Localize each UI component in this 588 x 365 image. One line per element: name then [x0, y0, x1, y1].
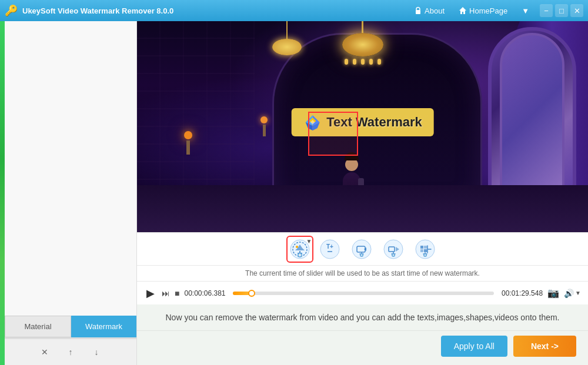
stop-button[interactable]: ■: [175, 289, 179, 298]
end-time: 00:01:29.548: [499, 289, 543, 297]
window-controls: − □ ✕: [540, 4, 583, 17]
playback-bar: ▶ ⏭ ■ 00:00:06.381 00:01:29.548 📷 🔊 ▼: [137, 281, 588, 304]
tab-watermark[interactable]: Watermark: [71, 316, 136, 337]
progress-fill: [233, 292, 251, 295]
volume-dropdown: ▼: [575, 290, 581, 296]
minimize-button[interactable]: −: [540, 4, 553, 17]
chandelier-stem-2: [286, 21, 288, 39]
svg-rect-23: [420, 249, 423, 252]
wall-torch-right: [260, 116, 268, 123]
move-down-button[interactable]: ↓: [88, 344, 105, 360]
watermark-selection-box[interactable]: [308, 112, 358, 156]
move-up-button[interactable]: ↑: [62, 344, 79, 360]
svg-rect-21: [420, 246, 423, 249]
video-watermark-icon: [351, 239, 372, 260]
shape-watermark-icon: [383, 239, 404, 260]
down-icon: ↓: [95, 347, 99, 357]
sidebar-controls: ✕ ↑ ↓: [5, 339, 136, 365]
floor: [137, 185, 588, 232]
apply-to-all-button[interactable]: Apply to All: [441, 336, 507, 357]
svg-rect-22: [424, 246, 427, 249]
add-mosaic-watermark-button[interactable]: [412, 236, 439, 263]
volume-icon: 🔊: [564, 289, 574, 298]
chandelier-stem: [362, 21, 363, 33]
up-icon: ↑: [69, 347, 73, 357]
play-button[interactable]: ▶: [144, 286, 157, 301]
lock-icon: [414, 6, 422, 15]
svg-text:T+: T+: [326, 243, 333, 250]
main-content: Material Watermark ✕ ↑ ↓: [0, 21, 588, 365]
description-text: Now you can remove the watermark from vi…: [165, 313, 559, 322]
wall-torch-left: [184, 131, 192, 139]
chandelier-light: [369, 59, 373, 65]
volume-button[interactable]: 🔊 ▼: [564, 289, 581, 298]
homepage-button[interactable]: HomePage: [455, 5, 511, 17]
slider-info-text: The current time of slider will be used …: [245, 269, 480, 277]
add-text-watermark-button[interactable]: T+: [316, 236, 343, 263]
screenshot-button[interactable]: 📷: [547, 287, 559, 299]
about-button[interactable]: About: [410, 5, 448, 17]
mosaic-watermark-icon: [415, 239, 436, 260]
progress-thumb: [248, 290, 255, 297]
dropdown-button[interactable]: ▼: [518, 5, 533, 17]
add-image-watermark-button[interactable]: [286, 236, 313, 263]
svg-point-9: [296, 246, 298, 248]
chandelier-light: [377, 59, 381, 65]
app-icon: 🔑: [5, 4, 18, 17]
svg-rect-0: [416, 10, 420, 14]
add-shape-watermark-button[interactable]: [380, 236, 407, 263]
sidebar: Material Watermark ✕ ↑ ↓: [5, 21, 137, 365]
chandelier-light: [361, 59, 365, 65]
toolbar-strip: ▼ T+: [137, 232, 588, 265]
text-watermark-icon: T+: [319, 239, 340, 260]
delete-item-button[interactable]: ✕: [36, 344, 53, 360]
arch-window-inner: [500, 33, 564, 197]
add-video-watermark-button[interactable]: [348, 236, 375, 263]
title-bar: 🔑 UkeySoft Video Watermark Remover 8.0.0…: [0, 0, 588, 21]
description-bar: Now you can remove the watermark from vi…: [137, 304, 588, 330]
left-edge-decoration: [0, 21, 5, 365]
next-button[interactable]: Next ->: [513, 336, 576, 357]
progress-bar[interactable]: [233, 292, 494, 295]
home-icon: [459, 6, 467, 15]
video-player: Text Watermark: [137, 21, 588, 232]
content-area: Text Watermark ▼: [137, 21, 588, 365]
delete-icon: ✕: [41, 347, 48, 357]
action-bar: Apply to All Next ->: [137, 330, 588, 365]
torch-pole: [186, 140, 190, 155]
slider-info-bar: The current time of slider will be used …: [137, 265, 588, 281]
torch-pole-2: [263, 125, 266, 136]
image-watermark-icon: [289, 239, 310, 260]
current-time: 00:00:06.381: [184, 289, 228, 297]
chandelier-light: [345, 59, 348, 65]
tab-material[interactable]: Material: [5, 316, 71, 337]
restore-button[interactable]: □: [555, 4, 568, 17]
chandelier-body-2: [272, 39, 302, 55]
step-forward-button[interactable]: ⏭: [162, 289, 170, 298]
app-title: UkeySoft Video Watermark Remover 8.0.0: [22, 6, 173, 15]
close-button[interactable]: ✕: [570, 4, 583, 17]
sidebar-tabs: Material Watermark: [5, 316, 136, 339]
chandelier-light: [353, 59, 356, 65]
chandelier-body: [342, 33, 383, 56]
svg-rect-24: [424, 249, 427, 252]
